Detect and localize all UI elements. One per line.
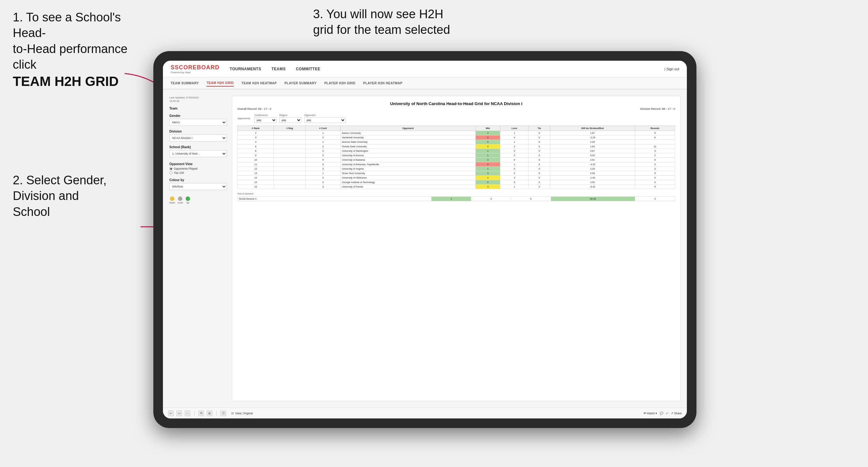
conference-select[interactable]: (All): [254, 117, 277, 123]
instruction-step3: 3. You will now see H2H grid for the tea…: [313, 6, 505, 38]
legend-down-label: Down: [169, 201, 175, 204]
logo-text: SSCOREBOARD: [170, 64, 219, 71]
cell-reg: [274, 167, 305, 171]
cell-rounds: 9: [635, 185, 675, 189]
cell-win: 3: [476, 158, 500, 162]
cell-tie: 0: [529, 176, 550, 180]
cell-opponent: University of Virginia: [341, 167, 476, 171]
cell-opponent: Texas Tech University: [341, 171, 476, 176]
cell-loss: 1: [500, 131, 529, 135]
toolbar-view-original[interactable]: ⊡ View: Original: [231, 412, 253, 415]
view-icon: ⊡: [231, 412, 234, 415]
bottom-toolbar: ↩ ↪ ← ⧉ ⊞ ⏱ ⊡ View: Original 👁 Watch ▾ 💬…: [163, 408, 687, 418]
nav-committee[interactable]: COMMITTEE: [296, 65, 320, 72]
cell-diff: 9.00: [550, 153, 635, 158]
toolbar-redo[interactable]: ↪: [176, 410, 182, 416]
cell-conf: 2: [305, 135, 340, 140]
cell-rank: 6: [238, 145, 274, 149]
ood-rounds: 3: [635, 197, 675, 201]
cell-win: 1: [476, 153, 500, 158]
colour-by-label: Colour by: [169, 178, 227, 182]
cell-loss: 5: [500, 180, 529, 185]
grid-records: Overall Record: 89 - 17 - 0 Division Rec…: [237, 107, 675, 111]
cell-conf: 2: [305, 145, 340, 149]
sign-out-button[interactable]: | Sign out: [664, 67, 679, 71]
nav-teams[interactable]: TEAMS: [272, 65, 286, 72]
cell-conf: 3: [305, 167, 340, 171]
main-nav: TOURNAMENTS TEAMS COMMITTEE: [230, 65, 664, 72]
filter-row: Opponents: Conference (All) Region (All): [237, 114, 675, 123]
cell-opponent: University of Washington: [341, 149, 476, 153]
subnav-player-h2h-grid[interactable]: PLAYER H2H GRID: [324, 80, 355, 86]
radio-top100[interactable]: Top 100: [169, 171, 227, 175]
colour-by-select[interactable]: Win/loss: [169, 183, 227, 190]
cell-rounds: [635, 140, 675, 145]
share-button[interactable]: ↗ Share: [671, 412, 682, 415]
region-select[interactable]: (All): [279, 117, 302, 123]
cell-reg: [274, 176, 305, 180]
division-select[interactable]: NCAA Division I: [169, 134, 227, 142]
cell-conf: 6: [305, 162, 340, 167]
legend-level-dot: [178, 196, 182, 201]
table-row: 12 3 University of Virginia 1 0 0 2.33 3: [238, 167, 675, 171]
cell-win: 4: [476, 145, 500, 149]
cell-tie: 0: [529, 185, 550, 189]
toolbar-copy[interactable]: ⧉: [198, 410, 204, 416]
cell-loss: 2: [500, 176, 529, 180]
grid-panel: University of North Carolina Head-to-Hea…: [232, 96, 680, 401]
cell-rank: 9: [238, 153, 274, 158]
cell-tie: 0: [529, 180, 550, 185]
legend-down-dot: [170, 196, 175, 201]
gender-select[interactable]: Men's: [169, 119, 227, 126]
cell-reg: [274, 135, 305, 140]
comment-button[interactable]: 💬: [660, 412, 663, 415]
toolbar-undo[interactable]: ↩: [168, 410, 174, 416]
opponent-label: Opponent: [304, 114, 346, 117]
cell-win: 0: [476, 135, 500, 140]
toolbar-back[interactable]: ←: [185, 410, 190, 416]
radio-group: Opponents Played Top 100: [169, 167, 227, 175]
cell-tie: 0: [529, 140, 550, 145]
region-filter: Region (All): [279, 114, 302, 123]
logo-sub: Powered by clippi: [170, 71, 219, 74]
cell-conf: 1: [305, 171, 340, 176]
opponent-select[interactable]: (All): [304, 117, 346, 123]
subnav-player-summary[interactable]: PLAYER SUMMARY: [284, 80, 317, 86]
school-select[interactable]: 1. University of Nort...: [169, 150, 227, 157]
subnav-team-h2h-grid[interactable]: TEAM H2H GRID: [206, 80, 234, 87]
toolbar-clock[interactable]: ⏱: [220, 410, 226, 416]
cell-reg: [274, 185, 305, 189]
grid-title: University of North Carolina Head-to-Hea…: [237, 101, 675, 106]
cell-win: 0: [476, 180, 500, 185]
cell-win: 1: [476, 176, 500, 180]
table-row: 16 3 University of Florida 3 1 0 -6.42 9: [238, 185, 675, 189]
cell-opponent: University of Alabama: [341, 158, 476, 162]
watch-button[interactable]: 👁 Watch ▾: [643, 412, 657, 415]
subnav-player-h2h-heatmap[interactable]: PLAYER H2H HEATMAP: [363, 80, 403, 86]
cell-opponent: University of Arizona: [341, 153, 476, 158]
cell-rank: 13: [238, 171, 274, 176]
cell-rank: 11: [238, 162, 274, 167]
cell-conf: 1: [305, 140, 340, 145]
cell-loss: 0: [500, 171, 529, 176]
toolbar-paste[interactable]: ⊞: [207, 410, 212, 416]
view-label: View: Original: [235, 412, 253, 415]
col-conf: # Conf: [305, 126, 340, 131]
radio-opponents-played[interactable]: Opponents Played: [169, 167, 227, 170]
cell-tie: 0: [529, 158, 550, 162]
cell-rounds: 3: [635, 162, 675, 167]
subnav-team-h2h-heatmap[interactable]: TEAM H2H HEATMAP: [242, 80, 277, 86]
toolbar-sep2: [216, 411, 217, 416]
ood-division: NCAA Division II: [238, 197, 432, 201]
team-section: Team: [169, 107, 227, 110]
opponent-filter: Opponent (All): [304, 114, 346, 123]
cell-reg: [274, 158, 305, 162]
cell-rank: 12: [238, 167, 274, 171]
step1-text-line1: 1. To see a School's Head-: [13, 10, 121, 40]
nav-tournaments[interactable]: TOURNAMENTS: [230, 65, 261, 72]
expand-button[interactable]: ⤢: [666, 412, 668, 415]
subnav-team-summary[interactable]: TEAM SUMMARY: [170, 80, 199, 86]
cell-tie: 0: [529, 153, 550, 158]
toolbar-sep1: [194, 411, 194, 416]
school-label: School (Rank): [169, 145, 227, 149]
